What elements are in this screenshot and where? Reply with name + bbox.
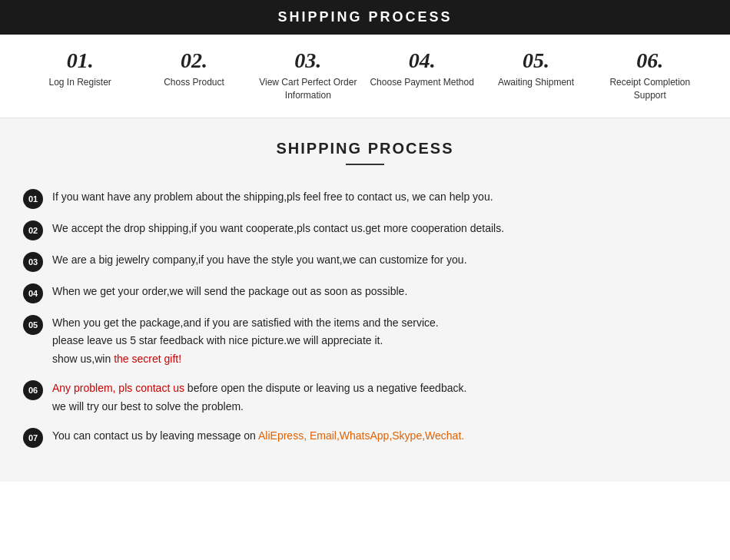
info-badge-6: 06 — [23, 380, 43, 400]
step-label: Choose Payment Method — [370, 76, 473, 89]
text-part: show us,win — [52, 353, 114, 365]
info-item-3: 03We are a big jewelry company,if you ha… — [23, 251, 707, 272]
step-item-3: 03. View Cart Perfect Order Information — [251, 50, 365, 102]
header-title: SHIPPING PROCESS — [0, 9, 730, 25]
text-part: We accept the drop shipping,if you want … — [52, 222, 504, 234]
info-badge-5: 05 — [23, 315, 43, 335]
step-item-4: 04. Choose Payment Method — [365, 50, 479, 89]
info-item-4: 04When we get your order,we will send th… — [23, 283, 707, 303]
step-label: Choss Product — [164, 76, 224, 89]
step-number: 01. — [67, 50, 94, 71]
top-header: SHIPPING PROCESS — [0, 0, 730, 35]
text-part: before open the dispute or leaving us a … — [184, 382, 466, 394]
info-text-1: If you want have any problem about the s… — [52, 188, 493, 207]
text-part: we will try our best to solve the proble… — [52, 400, 244, 413]
step-label: Receipt Completion Support — [593, 76, 707, 102]
info-text-5: When you get the package,and if you are … — [52, 314, 439, 369]
info-item-7: 07You can contact us by leaving message … — [23, 427, 707, 448]
step-label: View Cart Perfect Order Information — [251, 76, 365, 102]
step-item-2: 02. Choss Product — [137, 50, 251, 89]
text-part: You can contact us by leaving message on — [52, 429, 258, 442]
info-badge-3: 03 — [23, 252, 43, 272]
step-number: 06. — [636, 50, 663, 71]
text-part: When you get the package,and if you are … — [52, 316, 439, 329]
steps-section: 01. Log In Register 02. Choss Product 03… — [0, 35, 730, 118]
info-text-2: We accept the drop shipping,if you want … — [52, 220, 504, 238]
orange-text: AliEpress, Email,WhatsApp,Skype,Wechat. — [258, 429, 464, 442]
info-item-2: 02We accept the drop shipping,if you wan… — [23, 220, 707, 240]
step-item-5: 05. Awaiting Shipment — [479, 50, 592, 89]
step-number: 02. — [181, 50, 207, 71]
info-badge-2: 02 — [23, 220, 43, 240]
info-badge-4: 04 — [23, 283, 43, 303]
info-text-6: Any problem, pls contact us before open … — [52, 379, 466, 416]
step-label: Log In Register — [48, 76, 111, 89]
text-part: We are a big jewelry company,if you have… — [52, 253, 467, 266]
content-section: 01If you want have any problem about the… — [0, 173, 730, 482]
red-text: the secret gift! — [114, 353, 181, 365]
page-container: SHIPPING PROCESS 01. Log In Register 02.… — [0, 0, 730, 560]
text-part: If you want have any problem about the s… — [52, 191, 493, 203]
info-badge-1: 01 — [23, 189, 43, 209]
section-title-area: SHIPPING PROCESS — [0, 118, 730, 173]
step-item-1: 01. Log In Register — [23, 50, 137, 89]
info-item-6: 06Any problem, pls contact us before ope… — [23, 379, 707, 416]
section-title: SHIPPING PROCESS — [0, 140, 730, 157]
info-text-3: We are a big jewelry company,if you have… — [52, 251, 467, 270]
info-item-1: 01If you want have any problem about the… — [23, 188, 707, 209]
step-item-6: 06. Receipt Completion Support — [593, 50, 707, 102]
section-title-underline — [346, 164, 384, 165]
step-number: 04. — [409, 50, 436, 71]
step-number: 05. — [523, 50, 549, 71]
info-text-4: When we get your order,we will send the … — [52, 283, 407, 301]
info-text-7: You can contact us by leaving message on… — [52, 427, 464, 446]
text-part: When we get your order,we will send the … — [52, 285, 407, 297]
step-label: Awaiting Shipment — [498, 76, 574, 89]
text-part: please leave us 5 star feedback with nic… — [52, 334, 383, 346]
info-badge-7: 07 — [23, 428, 43, 448]
info-item-5: 05When you get the package,and if you ar… — [23, 314, 707, 369]
step-number: 03. — [294, 50, 321, 71]
red-text: Any problem, pls contact us — [52, 382, 184, 394]
